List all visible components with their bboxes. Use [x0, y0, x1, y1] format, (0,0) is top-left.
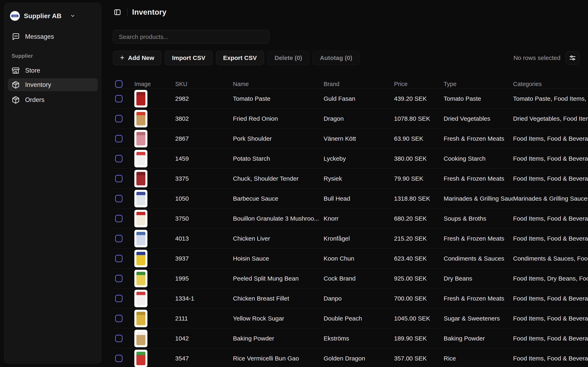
categories-cell: Food Items, Food & Beverages, Baking Pow… [513, 335, 588, 342]
brand-cell: Guld Fasan [324, 95, 394, 102]
header-divider [127, 8, 128, 16]
column-header-image: Image [134, 81, 175, 87]
brand-cell: Koon Chun [324, 255, 394, 262]
type-cell: Condiments & Sauces [444, 255, 513, 262]
plus-icon: + [120, 54, 124, 61]
table-row[interactable]: 2867 Pork Shoulder Vänern Kött 63.90 SEK… [113, 128, 588, 149]
table-row[interactable]: 2111 Yellow Rock Sugar Double Peach 1045… [113, 308, 588, 328]
categories-cell: Dried Vegetables, Food Items, Food & Bev… [513, 115, 588, 122]
brand-cell: Cock Brand [324, 275, 394, 282]
product-image [134, 150, 147, 167]
price-cell: 680.20 SEK [394, 215, 444, 222]
table-row[interactable]: 1334-1 Chicken Breast Fillet Danpo 700.0… [113, 288, 588, 308]
delete-button[interactable]: Delete (0) [268, 51, 309, 65]
row-checkbox[interactable] [115, 215, 122, 222]
name-cell: Baking Powder [233, 335, 324, 342]
categories-cell: Condiments & Sauces, Food Items, Food & … [513, 255, 588, 262]
product-image [134, 330, 147, 347]
table-row[interactable]: 1459 Potato Starch Lyckeby 380.00 SEK Co… [113, 149, 588, 168]
type-cell: Sugar & Sweeteners [444, 315, 513, 322]
sidebar-item-inventory[interactable]: Inventory [8, 78, 98, 91]
page-title: Inventory [132, 8, 166, 17]
row-checkbox[interactable] [115, 195, 122, 202]
sidebar-item-label: Orders [25, 96, 44, 104]
table-row[interactable]: 3802 Fried Red Onion Dragon 1078.80 SEK … [113, 108, 588, 128]
price-cell: 189.90 SEK [394, 335, 444, 342]
type-cell: Fresh & Frozen Meats [444, 295, 513, 302]
row-checkbox[interactable] [115, 315, 122, 322]
categories-cell: Food Items, Food & Beverages, Cooking St… [513, 155, 588, 162]
select-all-checkbox[interactable] [115, 80, 122, 88]
categories-cell: Food Items, Food & Beverages, Fresh & Fr… [513, 295, 588, 302]
name-cell: Fried Red Onion [233, 115, 324, 122]
sku-cell: 3937 [175, 255, 233, 262]
table-row[interactable]: 3375 Chuck, Shoulder Tender Rysiek 79.90… [113, 168, 588, 188]
name-cell: Yellow Rock Sugar [233, 315, 324, 322]
row-checkbox[interactable] [115, 115, 122, 122]
type-cell: Marinades & Grilling Sauces [444, 195, 513, 202]
row-checkbox[interactable] [115, 295, 122, 302]
row-checkbox[interactable] [115, 355, 122, 362]
sku-cell: 2111 [175, 315, 233, 322]
selection-status: No rows selected [513, 54, 561, 61]
row-checkbox[interactable] [115, 275, 122, 282]
table-row[interactable]: 3750 Bouillon Granulate 3 Mushroo... Kno… [113, 208, 588, 228]
row-checkbox[interactable] [115, 175, 122, 182]
org-name: Supplier AB [24, 12, 61, 20]
product-image [134, 130, 147, 147]
import-csv-button[interactable]: Import CSV [165, 51, 212, 65]
price-cell: 215.20 SEK [394, 235, 444, 242]
sku-cell: 1050 [175, 195, 233, 202]
categories-cell: Food Items, Food & Beverages, Sugar & Sw… [513, 315, 588, 322]
sidebar-item-messages[interactable]: Messages [8, 31, 98, 43]
sidebar-panel-icon[interactable] [113, 8, 122, 17]
org-switcher[interactable]: Supplier AB [10, 10, 96, 22]
name-cell: Bouillon Granulate 3 Mushroo... [233, 215, 324, 222]
view-options-button[interactable] [566, 51, 579, 65]
add-new-button[interactable]: + Add New [113, 51, 161, 65]
row-checkbox[interactable] [115, 135, 122, 142]
row-checkbox[interactable] [115, 235, 122, 242]
brand-cell: Kronfågel [324, 235, 394, 242]
type-cell: Cooking Starch [444, 155, 513, 162]
categories-cell: Food Items, Food & Beverages, Fresh & Fr… [513, 235, 588, 242]
row-checkbox[interactable] [115, 95, 122, 102]
toolbar-buttons: + Add New Import CSV Export CSV Delete (… [113, 51, 359, 65]
table-row[interactable]: 4013 Chicken Liver Kronfågel 215.20 SEK … [113, 228, 588, 248]
categories-cell: Food Items, Dry Beans, Food & Beverages [513, 275, 588, 282]
categories-cell: Marinades & Grilling Sauces, Food Items [513, 195, 588, 202]
column-header-categories: Categories [513, 81, 588, 87]
product-image [134, 210, 147, 227]
price-cell: 1318.80 SEK [394, 195, 444, 202]
table-row[interactable]: 3937 Hoisin Sauce Koon Chun 623.40 SEK C… [113, 248, 588, 268]
table-row[interactable]: 2982 Tomato Paste Guld Fasan 439.20 SEK … [113, 89, 588, 108]
sidebar-item-orders[interactable]: Orders [8, 94, 98, 106]
column-header-brand: Brand [324, 81, 394, 87]
autotag-button[interactable]: Autotag (0) [313, 51, 359, 65]
table-row[interactable]: 1050 Barbecue Sauce Bull Head 1318.80 SE… [113, 188, 588, 208]
row-checkbox[interactable] [115, 335, 122, 342]
table-row[interactable]: 1042 Baking Powder Ekströms 189.90 SEK B… [113, 328, 588, 348]
column-header-type: Type [444, 81, 513, 87]
categories-cell: Food Items, Food & Beverages, Fresh & Fr… [513, 175, 588, 182]
sidebar-item-store[interactable]: Store [8, 65, 98, 76]
sku-cell: 1042 [175, 335, 233, 342]
search-input[interactable] [113, 30, 269, 44]
brand-cell: Knorr [324, 215, 394, 222]
search-wrap [113, 30, 269, 44]
row-checkbox[interactable] [115, 155, 122, 162]
table-body: 2982 Tomato Paste Guld Fasan 439.20 SEK … [113, 89, 588, 367]
export-csv-button[interactable]: Export CSV [216, 51, 264, 65]
product-image [134, 310, 147, 327]
name-cell: Chicken Breast Fillet [233, 295, 324, 302]
table-row[interactable]: 3547 Rice Vermicelli Bun Gao Golden Drag… [113, 348, 588, 367]
package-icon [12, 81, 20, 89]
price-cell: 357.00 SEK [394, 355, 444, 362]
name-cell: Potato Starch [233, 155, 324, 162]
row-checkbox[interactable] [115, 255, 122, 262]
sidebar-item-label: Messages [25, 33, 54, 40]
org-logo [10, 11, 20, 21]
type-cell: Tomato Paste [444, 95, 513, 102]
table-row[interactable]: 1995 Peeled Split Mung Bean Cock Brand 9… [113, 268, 588, 288]
price-cell: 1078.80 SEK [394, 115, 444, 122]
